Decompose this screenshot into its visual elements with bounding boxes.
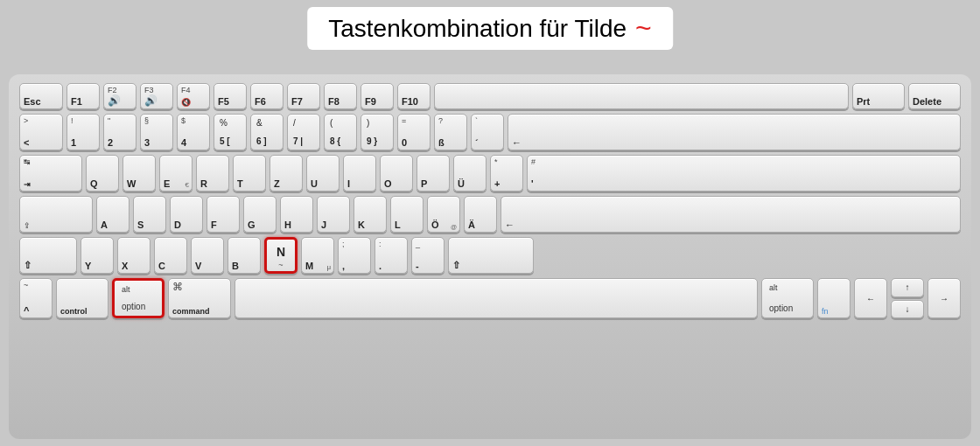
key-0[interactable]: = 0 [397,114,430,150]
bottom-row: ~ ^ control alt option ⌘ command alt opt… [19,278,961,318]
key-f2[interactable]: F2 🔊 [103,83,136,109]
key-backspace[interactable]: ← [508,114,961,150]
key-8[interactable]: ( 8 { [324,114,357,150]
key-f[interactable]: F [206,196,240,233]
key-n[interactable]: N ~ [264,237,298,274]
key-f1[interactable]: F1 [66,83,100,109]
key-q[interactable]: Q [86,155,119,192]
key-tab[interactable]: ↹ ⇥ [19,155,82,192]
key-h[interactable]: H [280,196,313,233]
key-z[interactable]: Z [270,155,303,192]
key-v[interactable]: V [191,237,224,274]
key-6[interactable]: & 6 ] [250,114,284,150]
key-arrow-right[interactable]: → [928,278,961,318]
key-r[interactable]: R [196,155,229,192]
key-b[interactable]: B [228,237,261,274]
key-c[interactable]: C [154,237,187,274]
key-x[interactable]: X [117,237,150,274]
asdf-row: ⇪ A S D F G H J K L Ö @ Ä ← [19,196,961,233]
arrow-up-down: ↑ ↓ [891,278,924,318]
key-f4[interactable]: F4 🔇 [177,83,210,109]
key-comma[interactable]: ; , [338,237,371,274]
key-f5[interactable]: F5 [214,83,247,109]
key-enter[interactable]: ← [500,196,961,233]
key-u[interactable]: U [306,155,340,192]
key-k[interactable]: K [354,196,387,233]
key-f3[interactable]: F3 🔊 [140,83,173,109]
key-t[interactable]: T [233,155,266,192]
key-l[interactable]: L [390,196,424,233]
keyboard: Esc F1 F2 🔊 F3 🔊 F4 🔇 F5 F6 F7 F8 F9 F10… [9,74,971,439]
key-control[interactable]: control [56,278,108,318]
key-acute[interactable]: ` ´ [471,114,504,150]
key-i[interactable]: I [343,155,376,192]
key-period[interactable]: : . [374,237,408,274]
key-j[interactable]: J [317,196,350,233]
key-4[interactable]: $ 4 [177,114,210,150]
key-plus[interactable]: * + [490,155,523,192]
key-o[interactable]: O [380,155,413,192]
key-fn[interactable]: fn [817,278,850,318]
title-text: Tastenkombination für Tilde [328,15,626,43]
key-f8[interactable]: F8 [324,83,357,109]
key-9[interactable]: ) 9 } [360,114,394,150]
key-1[interactable]: ! 1 [66,114,100,150]
key-oe[interactable]: Ö @ [427,196,460,233]
key-g[interactable]: G [243,196,276,233]
key-2[interactable]: " 2 [103,114,136,150]
key-right-shift[interactable]: ⇧ [448,237,534,274]
key-ss[interactable]: ? ß [434,114,467,150]
key-5[interactable]: % 5 [ [214,114,247,150]
key-f11[interactable] [434,83,849,109]
num-row: > < ! 1 " 2 § 3 $ 4 % 5 [ & 6 ] [19,114,961,150]
key-ue[interactable]: Ü [453,155,486,192]
key-f7[interactable]: F7 [287,83,320,109]
key-arrow-down[interactable]: ↓ [891,300,924,319]
tilde-symbol: ~ [635,12,652,45]
key-prt[interactable]: Prt [852,83,905,109]
key-command[interactable]: ⌘ command [168,278,231,318]
key-tilde-caret[interactable]: ~ ^ [19,278,52,318]
key-ae[interactable]: Ä [464,196,497,233]
key-e[interactable]: E € [159,155,192,192]
key-capslock[interactable]: ⇪ [19,196,93,233]
key-p[interactable]: P [416,155,450,192]
key-7[interactable]: / 7 | [287,114,320,150]
key-s[interactable]: S [133,196,166,233]
key-minus[interactable]: _ - [411,237,444,274]
key-esc[interactable]: Esc [19,83,63,109]
key-spacebar[interactable] [234,278,758,318]
key-3[interactable]: § 3 [140,114,173,150]
key-left-alt[interactable]: alt option [112,278,164,318]
key-backtick[interactable]: > < [19,114,63,150]
key-a[interactable]: A [96,196,130,233]
key-f10[interactable]: F10 [397,83,430,109]
zxcv-row: ⇧ Y X C V B N ~ M μ ; , : . _ - ⇧ [19,237,961,274]
key-left-shift[interactable]: ⇧ [19,237,77,274]
key-f9[interactable]: F9 [360,83,394,109]
title-bar: Tastenkombination für Tilde ~ [307,7,673,50]
key-m[interactable]: M μ [301,237,334,274]
key-right-alt[interactable]: alt option [761,278,814,318]
key-y[interactable]: Y [80,237,114,274]
key-f6[interactable]: F6 [250,83,284,109]
qwerty-row: ↹ ⇥ Q W E € R T Z U I O P Ü * + # ' [19,155,961,192]
key-w[interactable]: W [122,155,156,192]
key-delete[interactable]: Delete [908,83,961,109]
fn-row: Esc F1 F2 🔊 F3 🔊 F4 🔇 F5 F6 F7 F8 F9 F10… [19,83,961,109]
key-d[interactable]: D [170,196,203,233]
key-arrow-up[interactable]: ↑ [891,278,924,297]
key-arrow-left[interactable]: ← [854,278,887,318]
key-hash[interactable]: # ' [527,155,961,192]
